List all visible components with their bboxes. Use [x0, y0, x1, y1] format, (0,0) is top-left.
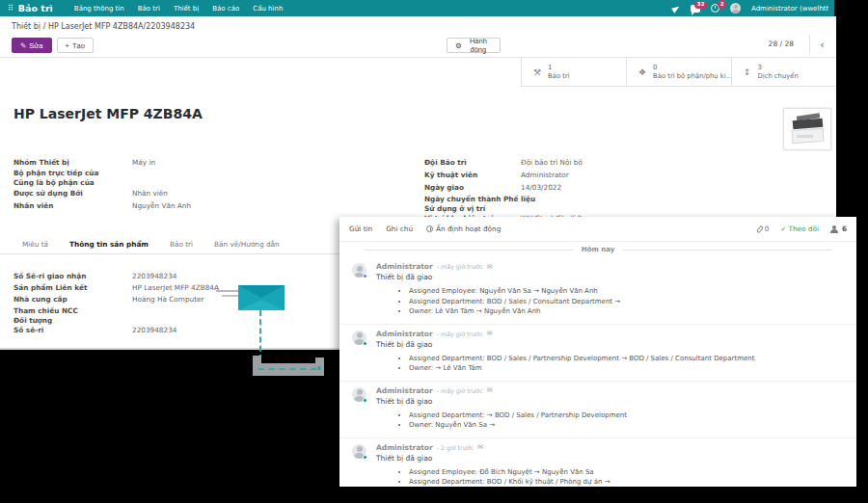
top-navbar: ⠿ Bảo trì Bảng thông tin Bảo trì Thiết b…: [0, 0, 834, 16]
date-divider-label: Hôm nay: [574, 246, 622, 253]
field-value-category[interactable]: Máy in: [132, 158, 155, 169]
nav-item-maintenance[interactable]: Bảo trì: [138, 5, 160, 13]
field-label-used-by: Được sử dụng Bởi: [14, 189, 132, 199]
message-time: - 2 giờ trước: [437, 444, 474, 451]
action-button[interactable]: ⚙ Hành động: [447, 38, 501, 53]
nav-item-equipment[interactable]: Thiết bị: [174, 5, 199, 13]
tracking-change: Owner: Lê Văn Tám → Nguyễn Văn Anh: [409, 306, 847, 317]
field-label-technician: Kỹ thuật viên: [424, 171, 521, 181]
attachments-button[interactable]: 0: [758, 225, 770, 233]
nav-item-dashboard[interactable]: Bảng thông tin: [74, 5, 124, 13]
message-author[interactable]: Administrator: [376, 262, 433, 271]
presence-dot: [363, 398, 367, 403]
user-avatar[interactable]: [730, 3, 741, 13]
tab-maintenance[interactable]: Bảo trì: [159, 236, 203, 253]
tracking-change: Assigned Department: BOD / Sales / Partn…: [409, 354, 847, 364]
create-button[interactable]: + Tạo: [57, 38, 94, 53]
clock-icon: [426, 225, 433, 232]
stat-button-moves[interactable]: ↕ 3 Dịch chuyển: [731, 58, 836, 86]
messages-icon[interactable]: 32: [691, 5, 700, 13]
tab-drawings-instructions[interactable]: Bản vẽ/Hướng dẫn: [203, 236, 290, 253]
message: Administrator - mấy giờ trước ✉ Thiết bị…: [339, 324, 856, 381]
field-row: Được sử dụng Bởi Nhân viên: [14, 189, 168, 199]
printer-tray-shape: [797, 135, 813, 138]
tab-product-information[interactable]: Thông tin sản phẩm: [59, 236, 159, 253]
tracking-change: Assigned Employee: Đỗ Bích Nguyệt → Nguy…: [409, 467, 847, 478]
envelope-icon[interactable]: ✉: [477, 443, 483, 451]
pager-previous-button[interactable]: ‹: [809, 35, 834, 55]
message-time: - mấy giờ trước: [437, 331, 483, 337]
screen: ⠿ Bảo trì Bảng thông tin Bảo trì Thiết b…: [0, 0, 868, 503]
envelope-icon[interactable]: ✉: [487, 330, 493, 337]
field-value-assigned-date: 14/03/2022: [521, 183, 561, 194]
message-author[interactable]: Administrator: [376, 386, 433, 395]
app-name[interactable]: Bảo trì: [18, 3, 53, 13]
field-row: Kỹ thuật viên Administrator: [424, 171, 569, 181]
message-author[interactable]: Administrator: [376, 443, 433, 452]
field-label-serial-number: Số sê-ri: [14, 326, 132, 336]
breadcrumb-current: HP LaserJet MFP 4ZB84A/2203948234: [48, 22, 195, 31]
field-value-technician[interactable]: Administrator: [521, 171, 569, 181]
breadcrumb-separator: /: [43, 22, 46, 31]
message-author[interactable]: Administrator: [376, 330, 433, 338]
date-divider: Hôm nay: [339, 242, 856, 257]
field-label-category: Nhóm Thiết bị: [14, 158, 132, 169]
stat-moves-label: Dịch chuyển: [758, 72, 799, 81]
nav-item-reports[interactable]: Báo cáo: [212, 5, 239, 13]
tab-description[interactable]: Miêu tả: [12, 236, 59, 253]
envelope-icon[interactable]: ✉: [487, 386, 493, 394]
gear-icon: ⚙: [455, 41, 462, 50]
field-row: Số Sê-ri giao nhận 2203948234: [14, 272, 176, 282]
envelope-icon[interactable]: ✉: [487, 263, 493, 271]
chatter-toolbar: Gửi tin Ghi chú Ấn định hoạt động 0 ✓ Th…: [339, 217, 856, 242]
field-label-employee: Nhân viên: [14, 201, 132, 212]
message-subject: Thiết bị đã giao: [376, 454, 847, 463]
send-message-button[interactable]: Gửi tin: [349, 225, 372, 233]
apps-grid-icon[interactable]: ⠿: [8, 4, 13, 13]
field-row: Nhóm Thiết bị Máy in: [14, 158, 155, 169]
schedule-activity-button[interactable]: Ấn định hoạt động: [426, 225, 501, 233]
edit-button[interactable]: ✎ Sửa: [12, 38, 52, 53]
tracking-change: Owner: → Lê Văn Tám: [409, 363, 847, 374]
stat-parts-value: 0: [653, 64, 732, 72]
activities-clock-icon[interactable]: 2: [711, 4, 719, 13]
followers-button[interactable]: 6: [830, 225, 847, 233]
field-value-employee[interactable]: Nguyễn Văn Anh: [132, 201, 191, 212]
field-value-vendor[interactable]: Hoàng Hà Computer: [132, 295, 204, 305]
arrows-up-down-icon: ↕: [744, 67, 751, 77]
field-value-used-by[interactable]: Nhân viên: [132, 189, 168, 199]
field-value-maintenance-team[interactable]: Đội bảo trì Nội bộ: [521, 158, 583, 169]
follow-button[interactable]: ✓ Theo dõi: [780, 225, 819, 233]
tracking-change: Assigned Department: BOD / Sales / Consu…: [409, 297, 847, 307]
field-label-vendor: Nhà cung cấp: [14, 295, 132, 305]
field-row: Nhân viên Nguyễn Văn Anh: [14, 201, 191, 212]
schedule-activity-label: Ấn định hoạt động: [436, 225, 501, 233]
messages-badge: 32: [694, 1, 707, 10]
stat-maintenance-value: 1: [548, 64, 570, 72]
field-row: Cũng là bộ phận của: [14, 178, 132, 189]
equipment-image[interactable]: [783, 108, 831, 150]
field-label-maintenance-team: Đội Bảo trì: [424, 158, 521, 169]
stat-button-row: ⚒ 1 Bảo trì ❖ 0 Bảo trì bộ phận/phụ ki..…: [521, 58, 836, 87]
paper-plane-icon[interactable]: [672, 6, 680, 12]
paperclip-icon: [756, 225, 764, 233]
field-value-linked-product[interactable]: HP LaserJet MFP 4ZB84A: [132, 283, 219, 294]
log-note-button[interactable]: Ghi chú: [386, 225, 413, 233]
attachment-count: 0: [765, 225, 770, 233]
field-value-serial-number: 2203948234: [132, 326, 176, 336]
dotted-trail-vertical: [259, 310, 261, 360]
stat-button-parts[interactable]: ❖ 0 Bảo trì bộ phận/phụ ki...: [626, 58, 731, 86]
stat-button-maintenance[interactable]: ⚒ 1 Bảo trì: [521, 58, 626, 86]
tracking-change: Assigned Department: BOD / Khối kỹ thuật…: [409, 477, 847, 487]
field-row: Số sê-ri 2203948234: [14, 326, 176, 336]
message-subject: Thiết bị đã giao: [376, 397, 847, 406]
stat-moves-value: 3: [758, 64, 799, 72]
field-label-assigned-date: Ngày giao: [424, 183, 521, 194]
follow-label: Theo dõi: [788, 225, 818, 233]
presence-dot: [363, 274, 367, 278]
field-row: Nhà cung cấp Hoàng Hà Computer: [14, 295, 204, 305]
breadcrumb-parent[interactable]: Thiết bị: [12, 22, 41, 31]
nav-item-settings[interactable]: Cấu hình: [253, 5, 283, 13]
user-name[interactable]: Administrator (wwelhthec: [751, 5, 828, 13]
check-icon: ✓: [780, 225, 786, 233]
